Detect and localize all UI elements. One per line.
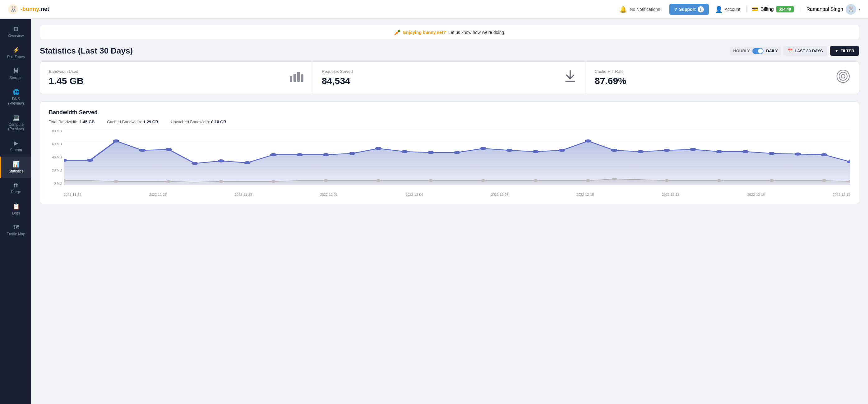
sidebar-label-pull-zones: Pull Zones (7, 55, 25, 59)
support-label: Support (679, 7, 696, 12)
cache-label: Cache HIT Rate (595, 69, 626, 74)
support-button[interactable]: ? Support 2 (669, 4, 709, 15)
filter-button[interactable]: ▼ FILTER (830, 46, 859, 56)
svg-point-53 (376, 179, 381, 182)
x-label-10: 2022-12-19 (833, 193, 850, 196)
svg-point-9 (839, 72, 847, 80)
billing-amount[interactable]: $24.49 (776, 6, 794, 12)
svg-point-56 (533, 179, 538, 182)
date-range-button[interactable]: 📅 LAST 30 DAYS (783, 46, 827, 56)
logs-icon: 📋 (13, 203, 20, 210)
requests-label: Requests Served (322, 69, 353, 74)
chart-area (64, 129, 850, 192)
billing-area: 💳 Billing $24.49 (746, 6, 799, 12)
daily-label: DAILY (766, 49, 778, 53)
target-icon (836, 69, 850, 86)
x-label-5: 2022-12-04 (405, 193, 423, 196)
svg-point-22 (218, 160, 224, 163)
svg-point-35 (559, 149, 565, 152)
traffic-map-icon: 🗺 (13, 224, 19, 231)
x-label-9: 2022-12-16 (747, 193, 765, 196)
sidebar-label-storage: Storage (9, 76, 22, 80)
download-icon (563, 69, 577, 86)
chart-bar-icon (289, 70, 304, 85)
y-axis-labels: 80 MB 60 MB 40 MB 20 MB 0 MB (49, 129, 64, 192)
svg-point-33 (506, 149, 513, 152)
svg-point-21 (191, 162, 198, 165)
logo[interactable]: 🐰 -bunny.net (7, 4, 49, 15)
sidebar-label-stream: Stream (10, 148, 22, 152)
x-label-6: 2022-12-07 (491, 193, 508, 196)
sidebar-label-compute: Compute (Preview) (8, 122, 24, 131)
toggle-switch[interactable] (752, 48, 764, 54)
sidebar-item-traffic-map[interactable]: 🗺Traffic Map (0, 220, 31, 240)
svg-point-39 (663, 149, 670, 152)
sidebar-item-stream[interactable]: ▶Stream (0, 135, 31, 156)
svg-point-32 (480, 147, 487, 150)
pull-zones-icon: ⚡ (13, 47, 20, 54)
sidebar-item-pull-zones[interactable]: ⚡Pull Zones (0, 42, 31, 63)
svg-rect-4 (297, 72, 300, 82)
requests-value: 84,534 (322, 76, 353, 86)
svg-point-52 (323, 179, 329, 182)
x-label-4: 2022-12-01 (320, 193, 338, 196)
svg-point-61 (769, 179, 774, 182)
hourly-daily-toggle[interactable]: HOURLY DAILY (730, 47, 781, 55)
svg-text:🐰: 🐰 (10, 5, 18, 13)
sidebar-item-statistics[interactable]: 📊Statistics (0, 156, 31, 178)
svg-point-41 (716, 150, 722, 153)
banner[interactable]: 🥕 Enjoying bunny.net? Let us know how we… (40, 25, 859, 40)
bell-icon[interactable]: 🔔 (619, 6, 627, 13)
svg-point-31 (454, 151, 460, 154)
svg-point-38 (637, 150, 644, 153)
sidebar-item-logs[interactable]: 📋Logs (0, 199, 31, 220)
sidebar-label-overview: Overview (8, 34, 24, 38)
svg-point-30 (428, 151, 434, 154)
svg-point-36 (585, 139, 591, 143)
sidebar-item-purge[interactable]: 🗑Purge (0, 178, 31, 199)
svg-point-59 (664, 179, 669, 182)
chart-title: Bandwidth Served (49, 109, 850, 116)
svg-point-24 (270, 153, 277, 156)
account-link[interactable]: 👤 Account (713, 4, 743, 14)
banner-bold: Enjoying bunny.net? (403, 30, 446, 35)
svg-point-50 (219, 180, 224, 183)
y-label-0: 0 MB (54, 181, 62, 185)
user-area[interactable]: Ramanpal Singh 🐰 ▾ (803, 4, 861, 15)
filter-icon: ▼ (835, 49, 839, 53)
sidebar-item-compute[interactable]: 💻Compute (Preview) (0, 110, 31, 135)
svg-point-26 (323, 153, 329, 156)
bandwidth-svg (64, 129, 850, 192)
main-content: 🥕 Enjoying bunny.net? Let us know how we… (31, 19, 868, 404)
sidebar: ⊞Overview⚡Pull Zones🗄Storage🌐DNS (Previe… (0, 19, 31, 404)
rocket-icon: 🥕 (394, 29, 401, 36)
sidebar-item-overview[interactable]: ⊞Overview (0, 21, 31, 42)
svg-rect-3 (293, 74, 296, 82)
sidebar-label-traffic-map: Traffic Map (7, 232, 25, 236)
svg-point-37 (611, 149, 617, 152)
user-name: Ramanpal Singh (806, 6, 843, 12)
sidebar-label-purge: Purge (11, 190, 21, 194)
svg-point-58 (612, 178, 617, 180)
overview-icon: ⊞ (14, 26, 18, 32)
page-title: Statistics (Last 30 Days) (40, 46, 133, 56)
sidebar-label-dns: DNS (Preview) (8, 97, 24, 106)
topnav: 🐰 -bunny.net 🔔 No Notifications ? Suppor… (0, 0, 868, 19)
x-label-2: 2022-11-25 (149, 193, 167, 196)
sidebar-item-dns[interactable]: 🌐DNS (Preview) (0, 84, 31, 110)
statistics-icon: 📊 (13, 161, 20, 168)
sidebar-label-logs: Logs (12, 211, 20, 215)
svg-point-42 (742, 150, 749, 153)
bandwidth-value: 1.45 GB (49, 76, 84, 86)
notifications-text: No Notifications (629, 7, 660, 12)
sidebar-label-statistics: Statistics (8, 169, 23, 173)
svg-point-62 (822, 179, 827, 182)
cache-value: 87.69% (595, 76, 626, 86)
bandwidth-label: Bandwidth Used (49, 69, 84, 74)
notifications-area: 🔔 No Notifications (619, 6, 660, 13)
svg-point-44 (795, 152, 801, 155)
svg-point-17 (87, 159, 93, 162)
stat-cards: Bandwidth Used 1.45 GB Requests Served 8… (40, 61, 859, 94)
sidebar-item-storage[interactable]: 🗄Storage (0, 63, 31, 84)
svg-point-48 (114, 180, 119, 183)
